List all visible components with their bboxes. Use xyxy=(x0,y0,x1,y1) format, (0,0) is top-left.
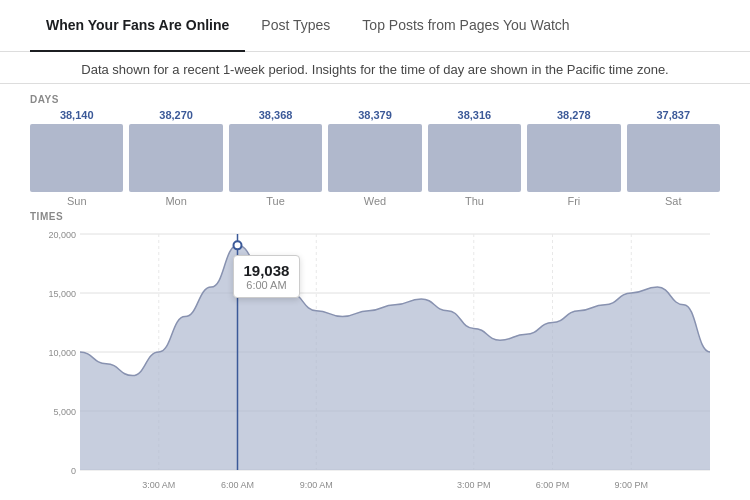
day-value: 38,140 xyxy=(60,109,94,121)
day-col: 38,316 Thu xyxy=(428,109,521,207)
svg-text:10,000: 10,000 xyxy=(48,348,76,358)
day-label: Tue xyxy=(266,195,285,207)
svg-text:0: 0 xyxy=(71,466,76,476)
day-col: 37,837 Sat xyxy=(627,109,720,207)
svg-text:5,000: 5,000 xyxy=(53,407,76,417)
main-content: DAYS 38,140 Sun 38,270 Mon 38,368 Tue 38… xyxy=(0,84,750,500)
day-value: 38,316 xyxy=(458,109,492,121)
svg-text:3:00 PM: 3:00 PM xyxy=(457,480,491,490)
days-container: 38,140 Sun 38,270 Mon 38,368 Tue 38,379 … xyxy=(30,109,720,207)
day-label: Thu xyxy=(465,195,484,207)
svg-text:6:00 AM: 6:00 AM xyxy=(221,480,254,490)
day-value: 38,379 xyxy=(358,109,392,121)
times-chart: 05,00010,00015,00020,000 3:00 AM6:00 AM9… xyxy=(30,226,720,492)
svg-text:3:00 AM: 3:00 AM xyxy=(142,480,175,490)
day-label: Mon xyxy=(165,195,186,207)
tab-post-types[interactable]: Post Types xyxy=(245,0,346,52)
day-value: 38,270 xyxy=(159,109,193,121)
day-label: Sat xyxy=(665,195,682,207)
chart-area: 05,00010,00015,00020,000 3:00 AM6:00 AM9… xyxy=(30,226,720,492)
day-value: 37,837 xyxy=(656,109,690,121)
description-text: Data shown for a recent 1-week period. I… xyxy=(0,52,750,84)
svg-point-12 xyxy=(234,241,242,249)
day-col: 38,278 Fri xyxy=(527,109,620,207)
day-bar xyxy=(30,124,123,192)
day-bar xyxy=(527,124,620,192)
svg-text:6:00 PM: 6:00 PM xyxy=(536,480,570,490)
svg-text:9:00 AM: 9:00 AM xyxy=(300,480,333,490)
tab-fans-online[interactable]: When Your Fans Are Online xyxy=(30,0,245,52)
day-bar xyxy=(129,124,222,192)
day-label: Wed xyxy=(364,195,386,207)
days-label: DAYS xyxy=(30,94,720,105)
times-label: TIMES xyxy=(30,211,720,222)
day-label: Fri xyxy=(567,195,580,207)
times-section: TIMES 05,00010,00015,00020,000 3:00 AM6:… xyxy=(30,211,720,492)
tabs-bar: When Your Fans Are Online Post Types Top… xyxy=(0,0,750,52)
day-value: 38,368 xyxy=(259,109,293,121)
svg-text:15,000: 15,000 xyxy=(48,289,76,299)
day-bar xyxy=(328,124,421,192)
day-label: Sun xyxy=(67,195,87,207)
day-col: 38,270 Mon xyxy=(129,109,222,207)
day-col: 38,140 Sun xyxy=(30,109,123,207)
svg-text:20,000: 20,000 xyxy=(48,230,76,240)
svg-text:9:00 PM: 9:00 PM xyxy=(614,480,648,490)
day-col: 38,379 Wed xyxy=(328,109,421,207)
day-bar xyxy=(627,124,720,192)
day-bar xyxy=(428,124,521,192)
day-bar xyxy=(229,124,322,192)
day-value: 38,278 xyxy=(557,109,591,121)
day-col: 38,368 Tue xyxy=(229,109,322,207)
tab-top-posts[interactable]: Top Posts from Pages You Watch xyxy=(346,0,585,52)
